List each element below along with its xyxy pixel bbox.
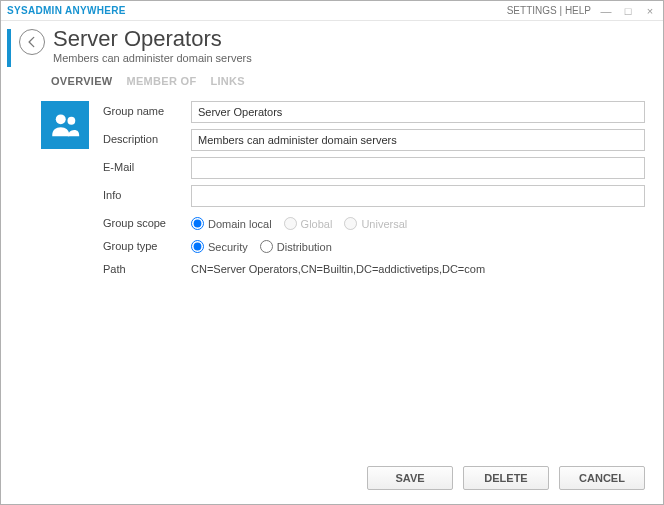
topbar-links: SETTINGS | HELP <box>507 5 591 16</box>
topbar: SYSADMIN ANYWHERE SETTINGS | HELP — □ × <box>1 1 663 21</box>
minimize-button[interactable]: — <box>599 5 613 17</box>
app-window: SYSADMIN ANYWHERE SETTINGS | HELP — □ × … <box>0 0 664 505</box>
svg-point-0 <box>56 114 66 124</box>
header-row: Server Operators Members can administer … <box>1 21 663 67</box>
group-icon <box>41 101 89 149</box>
radio-universal-input <box>344 217 357 230</box>
tab-links[interactable]: LINKS <box>210 75 245 87</box>
radio-domain-local[interactable]: Domain local <box>191 217 272 230</box>
radio-security[interactable]: Security <box>191 240 248 253</box>
radio-universal[interactable]: Universal <box>344 217 407 230</box>
path-label: Path <box>103 259 183 275</box>
tabs: OVERVIEW MEMBER OF LINKS <box>1 67 663 93</box>
email-label: E-Mail <box>103 157 183 179</box>
radio-distribution[interactable]: Distribution <box>260 240 332 253</box>
group-scope-label: Group scope <box>103 213 183 230</box>
info-input[interactable] <box>191 185 645 207</box>
radio-global[interactable]: Global <box>284 217 333 230</box>
group-type-row: Security Distribution <box>191 236 645 253</box>
page-subtitle: Members can administer domain servers <box>53 52 653 64</box>
form: Group name Description E-Mail Info Group… <box>103 101 645 456</box>
radio-global-input <box>284 217 297 230</box>
radio-distribution-input[interactable] <box>260 240 273 253</box>
group-type-label: Group type <box>103 236 183 253</box>
info-label: Info <box>103 185 183 207</box>
maximize-button[interactable]: □ <box>621 5 635 17</box>
delete-button[interactable]: DELETE <box>463 466 549 490</box>
footer: SAVE DELETE CANCEL <box>1 456 663 504</box>
back-button[interactable] <box>19 29 45 55</box>
topbar-sep: | <box>559 5 562 16</box>
arrow-left-icon <box>25 35 39 49</box>
users-icon <box>48 108 82 142</box>
app-brand: SYSADMIN ANYWHERE <box>7 5 126 16</box>
page-title: Server Operators <box>53 27 653 51</box>
email-input[interactable] <box>191 157 645 179</box>
radio-security-input[interactable] <box>191 240 204 253</box>
radio-domain-local-input[interactable] <box>191 217 204 230</box>
cancel-button[interactable]: CANCEL <box>559 466 645 490</box>
svg-point-1 <box>67 117 75 125</box>
description-label: Description <box>103 129 183 151</box>
settings-link[interactable]: SETTINGS <box>507 5 557 16</box>
content: Group name Description E-Mail Info Group… <box>1 93 663 456</box>
tab-member-of[interactable]: MEMBER OF <box>127 75 197 87</box>
accent-bar <box>7 29 11 67</box>
tab-overview[interactable]: OVERVIEW <box>51 75 113 87</box>
save-button[interactable]: SAVE <box>367 466 453 490</box>
description-input[interactable] <box>191 129 645 151</box>
help-link[interactable]: HELP <box>565 5 591 16</box>
group-name-input[interactable] <box>191 101 645 123</box>
title-block: Server Operators Members can administer … <box>53 27 653 64</box>
group-scope-row: Domain local Global Universal <box>191 213 645 230</box>
path-value: CN=Server Operators,CN=Builtin,DC=addict… <box>191 259 645 275</box>
group-name-label: Group name <box>103 101 183 123</box>
close-button[interactable]: × <box>643 5 657 17</box>
